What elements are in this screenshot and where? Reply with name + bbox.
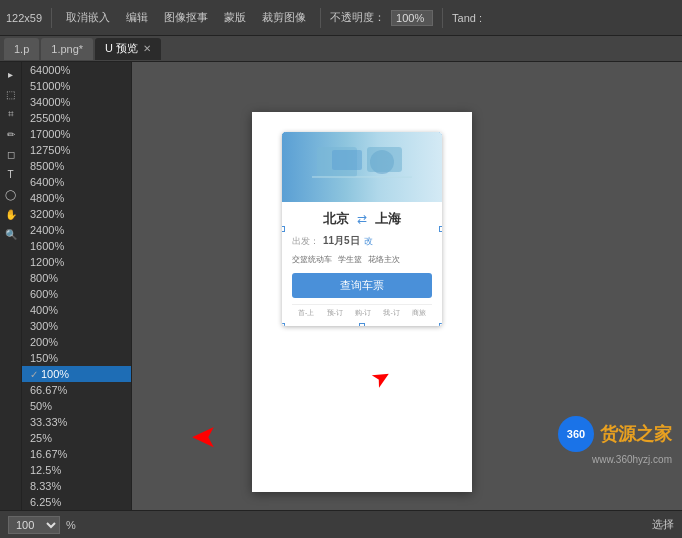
card-body: 北京 ⇄ 上海 出发： 11月5日 改 交篮统动车 学生篮 花络主次 查询车票 … bbox=[282, 202, 442, 326]
tab-close-icon[interactable]: ✕ bbox=[143, 43, 151, 54]
tab-1png[interactable]: 1.png* bbox=[41, 38, 93, 60]
date-row: 出发： 11月5日 改 bbox=[292, 234, 432, 248]
nav-2: 预-订 bbox=[327, 308, 343, 318]
main-area: ▸ ⬚ ⌗ ✏ ◻ T ◯ ✋ 🔍 64000% 51000% 34000% 2… bbox=[0, 62, 682, 510]
tool-shape[interactable]: ◯ bbox=[2, 185, 20, 203]
tab-1png-label: 1.png* bbox=[51, 43, 83, 55]
zoom-125[interactable]: 12.5% bbox=[22, 462, 131, 478]
zoom-64000[interactable]: 64000% bbox=[22, 62, 131, 78]
circle-360: 360 bbox=[558, 416, 594, 452]
opacity-input[interactable] bbox=[391, 10, 433, 26]
opacity-label: 不透明度： bbox=[330, 10, 385, 25]
zoom-50[interactable]: 50% bbox=[22, 398, 131, 414]
zoom-400[interactable]: 400% bbox=[22, 302, 131, 318]
zoom-8500[interactable]: 8500% bbox=[22, 158, 131, 174]
bottom-nav: 首-上 预-订 购-订 我-订 商旅 bbox=[292, 304, 432, 320]
tab-bar: 1.p 1.png* U 预览 ✕ bbox=[0, 36, 682, 62]
date-edit[interactable]: 改 bbox=[364, 235, 373, 248]
zoom-833[interactable]: 8.33% bbox=[22, 478, 131, 494]
tool-hand[interactable]: ✋ bbox=[2, 205, 20, 223]
zoom-1200[interactable]: 1200% bbox=[22, 254, 131, 270]
tool-lasso[interactable]: ⬚ bbox=[2, 85, 20, 103]
zoom-17000[interactable]: 17000% bbox=[22, 126, 131, 142]
phone-card-preview: 北京 ⇄ 上海 出发： 11月5日 改 交篮统动车 学生篮 花络主次 查询车票 … bbox=[282, 132, 442, 326]
edit-btn[interactable]: 编辑 bbox=[121, 8, 153, 27]
handle-bl[interactable] bbox=[282, 323, 285, 326]
brand-sub: www.360hyzj.com bbox=[592, 454, 672, 465]
separator-1 bbox=[51, 8, 52, 28]
zoom-100[interactable]: ✓ 100% bbox=[22, 366, 131, 382]
ticket-type-1: 交篮统动车 bbox=[292, 254, 332, 265]
zoom-3333[interactable]: 33.33% bbox=[22, 414, 131, 430]
zoom-25[interactable]: 25% bbox=[22, 430, 131, 446]
status-zoom-select[interactable]: 100 bbox=[8, 516, 60, 534]
zoom-check-icon: ✓ bbox=[30, 369, 38, 380]
zoom-panel: 64000% 51000% 34000% 25500% 17000% 12750… bbox=[22, 62, 132, 510]
route-row: 北京 ⇄ 上海 bbox=[292, 210, 432, 228]
zoom-600[interactable]: 600% bbox=[22, 286, 131, 302]
watermark-360: 360 货源之家 www.360hyzj.com bbox=[558, 416, 672, 465]
tab-preview-label: U 预览 bbox=[105, 41, 138, 56]
canvas-area: 北京 ⇄ 上海 出发： 11月5日 改 交篮统动车 学生篮 花络主次 查询车票 … bbox=[132, 62, 682, 510]
zoom-800[interactable]: 800% bbox=[22, 270, 131, 286]
ticket-type-2: 学生篮 bbox=[338, 254, 362, 265]
tab-1p-label: 1.p bbox=[14, 43, 29, 55]
zoom-625[interactable]: 6.25% bbox=[22, 494, 131, 510]
ticket-types: 交篮统动车 学生篮 花络主次 bbox=[292, 254, 432, 265]
zoom-25500[interactable]: 25500% bbox=[22, 110, 131, 126]
zoom-6400[interactable]: 6400% bbox=[22, 174, 131, 190]
zoom-200[interactable]: 200% bbox=[22, 334, 131, 350]
image-edit-btn[interactable]: 图像抠事 bbox=[159, 8, 213, 27]
nav-5: 商旅 bbox=[412, 308, 426, 318]
search-ticket-btn[interactable]: 查询车票 bbox=[292, 273, 432, 298]
route-icon: ⇄ bbox=[357, 212, 367, 226]
card-header-image bbox=[282, 132, 442, 202]
brand-text: 货源之家 bbox=[600, 422, 672, 446]
tool-eraser[interactable]: ◻ bbox=[2, 145, 20, 163]
zoom-51000[interactable]: 51000% bbox=[22, 78, 131, 94]
handle-ml[interactable] bbox=[282, 226, 285, 232]
svg-rect-3 bbox=[367, 147, 402, 172]
top-toolbar: 122x59 取消嵌入 编辑 图像抠事 蒙版 裁剪图像 不透明度： Tand : bbox=[0, 0, 682, 36]
header-svg bbox=[312, 142, 412, 192]
size-label: 122x59 bbox=[6, 12, 42, 24]
handle-br[interactable] bbox=[439, 323, 442, 326]
status-select-label: 选择 bbox=[652, 517, 674, 532]
tool-brush[interactable]: ✏ bbox=[2, 125, 20, 143]
separator-2 bbox=[320, 8, 321, 28]
nav-1: 首-上 bbox=[298, 308, 314, 318]
tool-select[interactable]: ▸ bbox=[2, 65, 20, 83]
nav-4: 我-订 bbox=[383, 308, 399, 318]
tool-text[interactable]: T bbox=[2, 165, 20, 183]
zoom-6667[interactable]: 66.67% bbox=[22, 382, 131, 398]
watermark-top: 360 货源之家 bbox=[558, 416, 672, 452]
card-header bbox=[282, 132, 442, 202]
city-to: 上海 bbox=[375, 210, 401, 228]
tool-strip: ▸ ⬚ ⌗ ✏ ◻ T ◯ ✋ 🔍 bbox=[0, 62, 22, 510]
zoom-34000[interactable]: 34000% bbox=[22, 94, 131, 110]
handle-bm[interactable] bbox=[359, 323, 365, 326]
city-from: 北京 bbox=[323, 210, 349, 228]
svg-rect-1 bbox=[332, 150, 362, 170]
zoom-12750[interactable]: 12750% bbox=[22, 142, 131, 158]
zoom-4800[interactable]: 4800% bbox=[22, 190, 131, 206]
cancel-deform-btn[interactable]: 取消嵌入 bbox=[61, 8, 115, 27]
zoom-300[interactable]: 300% bbox=[22, 318, 131, 334]
zoom-1667[interactable]: 16.67% bbox=[22, 446, 131, 462]
ticket-type-3: 花络主次 bbox=[368, 254, 400, 265]
tool-zoom[interactable]: 🔍 bbox=[2, 225, 20, 243]
date-value: 11月5日 bbox=[323, 234, 360, 248]
status-zoom-percent: % bbox=[66, 519, 76, 531]
layer-btn[interactable]: 蒙版 bbox=[219, 8, 251, 27]
tab-1p[interactable]: 1.p bbox=[4, 38, 39, 60]
zoom-3200[interactable]: 3200% bbox=[22, 206, 131, 222]
handle-mr[interactable] bbox=[439, 226, 442, 232]
status-bar: 100 % 选择 bbox=[0, 510, 682, 538]
zoom-150[interactable]: 150% bbox=[22, 350, 131, 366]
separator-3 bbox=[442, 8, 443, 28]
zoom-2400[interactable]: 2400% bbox=[22, 222, 131, 238]
crop-btn[interactable]: 裁剪图像 bbox=[257, 8, 311, 27]
tool-crop[interactable]: ⌗ bbox=[2, 105, 20, 123]
tab-preview[interactable]: U 预览 ✕ bbox=[95, 38, 161, 60]
zoom-1600[interactable]: 1600% bbox=[22, 238, 131, 254]
